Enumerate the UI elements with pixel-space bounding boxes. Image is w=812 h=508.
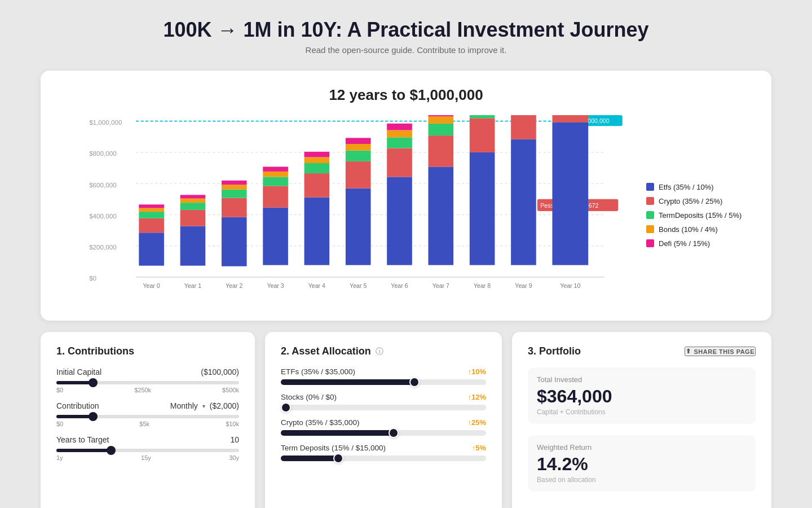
legend-item-defi: Defi (5% / 15%) — [646, 239, 753, 248]
alloc-etfs-return: ↑10% — [467, 367, 486, 376]
initial-capital-value: ($100,000) — [201, 367, 239, 376]
slider-contrib-max: $10k — [226, 421, 239, 427]
svg-rect-37 — [263, 167, 288, 172]
legend-item-crypto: Crypto (35% / 25%) — [646, 197, 753, 205]
svg-rect-46 — [346, 161, 371, 189]
svg-rect-29 — [222, 190, 247, 198]
legend-label-bonds: Bonds (10% / 4%) — [659, 225, 718, 234]
weighted-return-label: Weighted Return — [537, 443, 747, 452]
svg-rect-47 — [346, 151, 371, 161]
svg-rect-57 — [429, 167, 454, 265]
svg-text:Year 2: Year 2 — [226, 282, 242, 289]
svg-rect-70 — [511, 115, 536, 139]
svg-rect-63 — [470, 152, 495, 265]
svg-rect-35 — [263, 177, 288, 186]
alloc-termdeposits-slider[interactable] — [281, 456, 486, 461]
slider-years-min: 1y — [56, 454, 63, 461]
chart-title: 12 years to $1,000,000 — [59, 86, 753, 104]
years-slider[interactable]: 1y 15y 30y — [56, 449, 239, 461]
svg-rect-42 — [304, 157, 330, 163]
svg-rect-64 — [470, 118, 495, 152]
svg-rect-16 — [139, 218, 164, 233]
svg-text:$0: $0 — [89, 274, 96, 282]
svg-rect-40 — [304, 173, 330, 198]
svg-text:Year 3: Year 3 — [267, 282, 284, 289]
alloc-crypto-slider[interactable] — [281, 430, 486, 436]
slider-years-max: 30y — [229, 454, 239, 461]
svg-rect-24 — [180, 199, 206, 203]
contributions-card: 1. Contributions Initial Capital ($100,0… — [41, 332, 255, 508]
alloc-termdeposits-return: ↑5% — [472, 444, 486, 452]
svg-rect-52 — [387, 148, 412, 177]
svg-text:Year 8: Year 8 — [474, 282, 491, 289]
svg-rect-23 — [180, 203, 206, 210]
svg-rect-19 — [139, 204, 164, 208]
legend-color-crypto — [646, 197, 654, 205]
years-value: 10 — [230, 435, 239, 444]
contributions-title: 1. Contributions — [56, 345, 239, 357]
years-label: Years to Target — [56, 435, 109, 444]
contribution-value: ($2,000) — [210, 401, 239, 410]
legend-item-termdeposits: TermDeposits (15% / 5%) — [646, 211, 753, 220]
share-label: SHARE THIS PAGE — [694, 348, 754, 355]
svg-rect-78 — [552, 115, 588, 122]
weighted-return-sub: Based on allocation — [537, 476, 747, 484]
svg-rect-27 — [222, 217, 247, 266]
weighted-return-stat: Weighted Return 14.2% Based on allocatio… — [528, 435, 756, 492]
legend-label-etfs: Etfs (35% / 10%) — [659, 183, 714, 191]
chart-card: 12 years to $1,000,000 $1,000,000 $800,0… — [41, 71, 771, 321]
svg-rect-54 — [387, 130, 412, 138]
chart-legend: Etfs (35% / 10%) Crypto (35% / 25%) Term… — [646, 115, 753, 309]
contribution-label: Contribution — [56, 401, 99, 410]
svg-text:$600,000: $600,000 — [89, 181, 117, 189]
alloc-termdeposits: Term Deposits (15% / $15,000) ↑5% — [281, 444, 486, 461]
portfolio-card: 3. Portfolio ⬆ SHARE THIS PAGE Total Inv… — [512, 332, 771, 508]
alloc-etfs-label: ETFs (35% / $35,000) — [281, 367, 355, 376]
alloc-stocks-return: ↑12% — [467, 393, 486, 401]
contribution-row: Contribution Monthly ▾ ($2,000) — [56, 401, 239, 410]
info-icon: ⓘ — [376, 347, 383, 357]
allocation-title: 2. Asset Allocation — [281, 345, 371, 357]
alloc-crypto: Crypto (35% / $35,000) ↑25% — [281, 418, 486, 436]
contribution-slider[interactable]: $0 $5k $10k — [56, 415, 239, 427]
svg-text:Year 5: Year 5 — [350, 282, 367, 289]
portfolio-header: 3. Portfolio ⬆ SHARE THIS PAGE — [528, 345, 756, 357]
slider-initial-max: $500k — [222, 387, 239, 393]
bar-chart: $1,000,000 $800,000 $600,000 $400,000 $2… — [59, 115, 635, 307]
alloc-etfs-slider[interactable] — [281, 379, 486, 385]
svg-rect-28 — [222, 198, 247, 217]
svg-rect-33 — [263, 208, 288, 265]
svg-rect-61 — [429, 115, 454, 116]
svg-text:$1,000,000: $1,000,000 — [89, 119, 122, 126]
svg-rect-60 — [429, 116, 454, 124]
contribution-dropdown-label[interactable]: Monthly — [170, 401, 198, 410]
legend-label-defi: Defi (5% / 15%) — [659, 239, 710, 248]
legend-color-etfs — [646, 183, 654, 191]
svg-rect-41 — [304, 163, 330, 173]
years-row: Years to Target 10 — [56, 435, 239, 444]
legend-label-crypto: Crypto (35% / 25%) — [659, 197, 722, 205]
svg-text:$400,000: $400,000 — [89, 212, 117, 220]
alloc-crypto-return: ↑25% — [467, 418, 486, 427]
share-icon: ⬆ — [686, 348, 691, 355]
svg-rect-15 — [139, 233, 164, 265]
svg-rect-65 — [470, 115, 495, 118]
cards-row: 1. Contributions Initial Capital ($100,0… — [41, 332, 771, 508]
alloc-stocks-slider[interactable] — [281, 405, 486, 410]
svg-rect-30 — [222, 185, 247, 190]
svg-rect-58 — [429, 135, 454, 167]
svg-rect-45 — [346, 189, 371, 265]
svg-rect-49 — [346, 138, 371, 144]
svg-rect-17 — [139, 212, 164, 218]
share-button[interactable]: ⬆ SHARE THIS PAGE — [685, 347, 756, 356]
legend-item-etfs: Etfs (35% / 10%) — [646, 183, 753, 191]
svg-text:$800,000: $800,000 — [89, 150, 117, 157]
svg-rect-22 — [180, 210, 206, 226]
slider-initial-mid: $250k — [134, 387, 151, 393]
svg-text:Year 0: Year 0 — [143, 282, 160, 289]
svg-text:$200,000: $200,000 — [89, 243, 117, 251]
initial-capital-slider[interactable]: $0 $250k $500k — [56, 381, 239, 393]
chart-area: $1,000,000 $800,000 $600,000 $400,000 $2… — [59, 115, 753, 309]
contribution-select[interactable]: Monthly ▾ ($2,000) — [170, 401, 239, 410]
legend-color-termdeposits — [646, 211, 654, 219]
